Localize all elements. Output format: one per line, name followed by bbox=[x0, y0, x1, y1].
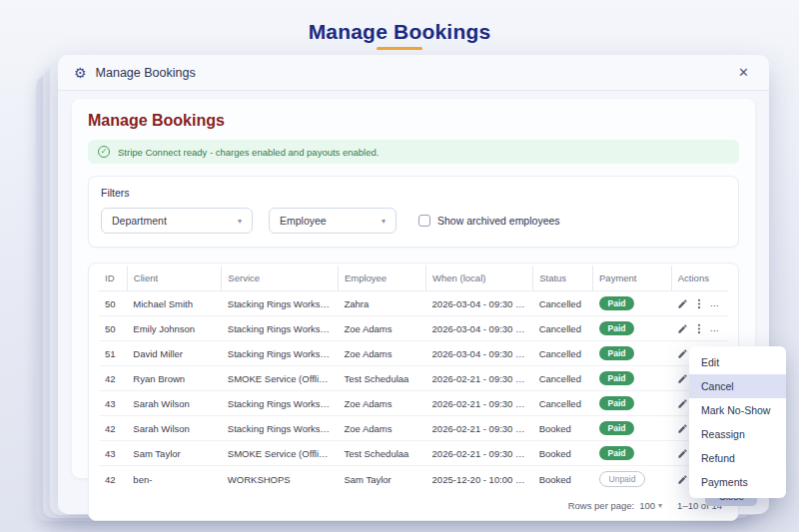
cell-id: 43 bbox=[99, 391, 127, 416]
table-row: 50 Emily Johnson Stacking Rings Workshop… bbox=[99, 316, 728, 341]
more-options-icon[interactable] bbox=[697, 323, 701, 334]
payment-badge: Unpaid bbox=[599, 471, 646, 487]
cell-id: 50 bbox=[99, 316, 127, 341]
col-header-actions: Actions bbox=[671, 266, 728, 291]
bookings-table-card: ID Client Service Employee When (local) … bbox=[88, 263, 739, 521]
edit-icon[interactable] bbox=[677, 348, 688, 359]
menu-item-mark-no-show[interactable]: Mark No-Show bbox=[689, 398, 786, 422]
cell-status: Cancelled bbox=[533, 391, 593, 416]
checkbox-box[interactable] bbox=[418, 215, 430, 227]
menu-item-reassign[interactable]: Reassign bbox=[689, 422, 786, 446]
stripe-status-banner: ✓ Stripe Connect ready - charges enabled… bbox=[88, 140, 739, 164]
edit-icon[interactable] bbox=[677, 423, 688, 434]
cell-when: 2026-03-04 - 09:30 (EST) bbox=[426, 291, 533, 316]
payment-badge: Paid bbox=[599, 446, 635, 460]
cell-employee: Zoe Adams bbox=[338, 316, 425, 341]
cell-id: 50 bbox=[99, 291, 127, 316]
table-row: 43 Sam Taylor SMOKE Service (Offline/on.… bbox=[99, 441, 728, 466]
table-header-row: ID Client Service Employee When (local) … bbox=[99, 266, 728, 291]
menu-item-payments[interactable]: Payments bbox=[689, 470, 786, 494]
col-header-status: Status bbox=[533, 266, 593, 291]
close-icon[interactable]: ✕ bbox=[734, 63, 753, 82]
cell-id: 51 bbox=[99, 341, 127, 366]
check-circle-icon: ✓ bbox=[98, 146, 110, 158]
delete-icon[interactable] bbox=[710, 323, 721, 334]
filters-card: Filters Department ▾ Employee ▾ Show arc… bbox=[88, 176, 739, 248]
edit-icon[interactable] bbox=[677, 323, 688, 334]
cell-client: Sarah Wilson bbox=[127, 391, 222, 416]
cell-service: Stacking Rings Workshop... bbox=[222, 416, 339, 441]
gear-icon: ⚙ bbox=[74, 66, 87, 80]
delete-icon[interactable] bbox=[710, 298, 721, 309]
col-header-id: ID bbox=[99, 266, 127, 291]
cell-id: 42 bbox=[99, 366, 127, 391]
cell-status: Booked bbox=[533, 441, 593, 466]
rows-per-page-label: Rows per page: bbox=[568, 500, 635, 511]
cell-when: 2026-02-21 - 09:30 (EST) bbox=[426, 441, 533, 466]
table-row: 50 Michael Smith Stacking Rings Workshop… bbox=[99, 291, 728, 316]
col-header-service: Service bbox=[222, 266, 339, 291]
table-row: 51 David Miller Stacking Rings Workshop.… bbox=[99, 341, 728, 366]
edit-icon[interactable] bbox=[677, 373, 688, 384]
row-actions-menu: Edit Cancel Mark No-Show Reassign Refund… bbox=[689, 346, 786, 498]
cell-status: Cancelled bbox=[533, 341, 593, 366]
page-title: Manage Bookings bbox=[0, 20, 799, 44]
modal-content-panel: Manage Bookings ✓ Stripe Connect ready -… bbox=[72, 99, 755, 478]
edit-icon[interactable] bbox=[677, 398, 688, 409]
cell-service: WORKSHOPS bbox=[222, 466, 339, 493]
menu-item-refund[interactable]: Refund bbox=[689, 446, 786, 470]
cell-service: SMOKE Service (Offline/on... bbox=[222, 441, 339, 466]
edit-icon[interactable] bbox=[677, 448, 688, 459]
cell-employee: Zoe Adams bbox=[338, 341, 425, 366]
menu-item-cancel[interactable]: Cancel bbox=[689, 374, 786, 398]
chevron-down-icon: ▾ bbox=[658, 501, 662, 510]
employee-select[interactable]: Employee ▾ bbox=[269, 208, 397, 234]
show-archived-checkbox[interactable]: Show archived employees bbox=[418, 215, 560, 227]
cell-when: 2026-02-21 - 09:30 (EST) bbox=[426, 366, 533, 391]
banner-text: Stripe Connect ready - charges enabled a… bbox=[118, 147, 379, 158]
more-options-icon[interactable] bbox=[697, 298, 701, 309]
menu-item-edit[interactable]: Edit bbox=[689, 350, 786, 374]
rows-per-page-select[interactable]: 100 ▾ bbox=[639, 500, 662, 511]
cell-client: Ryan Brown bbox=[127, 366, 222, 391]
col-header-employee: Employee bbox=[338, 266, 425, 291]
chevron-down-icon: ▾ bbox=[382, 217, 386, 226]
table-row: 42 Ryan Brown SMOKE Service (Offline/onl… bbox=[99, 366, 728, 391]
cell-client: ben- bbox=[127, 466, 222, 493]
col-header-when: When (local) bbox=[426, 266, 533, 291]
cell-status: Cancelled bbox=[533, 291, 593, 316]
cell-status: Booked bbox=[533, 466, 593, 493]
cell-when: 2026-03-04 - 09:30 (EST) bbox=[426, 316, 533, 341]
cell-employee: Zoe Adams bbox=[338, 416, 425, 441]
cell-service: Stacking Rings Workshop... bbox=[222, 341, 339, 366]
cell-service: Stacking Rings Workshop... bbox=[222, 316, 339, 341]
cell-employee: Sam Taylor bbox=[338, 466, 425, 493]
checkbox-label: Show archived employees bbox=[437, 215, 560, 227]
cell-service: Stacking Rings Workshop... bbox=[222, 391, 339, 416]
manage-bookings-modal: ⚙ Manage Bookings ✕ Manage Bookings ✓ St… bbox=[58, 55, 769, 514]
cell-status: Cancelled bbox=[533, 366, 593, 391]
payment-badge: Paid bbox=[599, 421, 635, 435]
department-select[interactable]: Department ▾ bbox=[101, 208, 253, 234]
cell-id: 42 bbox=[99, 466, 127, 493]
cell-status: Cancelled bbox=[533, 316, 593, 341]
col-header-payment: Payment bbox=[593, 266, 672, 291]
table-row: 43 Sarah Wilson Stacking Rings Workshop.… bbox=[99, 391, 728, 416]
section-heading: Manage Bookings bbox=[88, 112, 739, 130]
cell-employee: Test Schedulaa bbox=[338, 366, 425, 391]
cell-client: Sam Taylor bbox=[127, 441, 222, 466]
cell-employee: Test Schedulaa bbox=[338, 441, 425, 466]
cell-status: Booked bbox=[533, 416, 593, 441]
cell-when: 2025-12-20 - 10:00 (EST) bbox=[426, 466, 533, 493]
modal-header: ⚙ Manage Bookings ✕ bbox=[58, 55, 769, 91]
cell-client: David Miller bbox=[127, 341, 222, 366]
chevron-down-icon: ▾ bbox=[238, 217, 242, 226]
payment-badge: Paid bbox=[599, 346, 635, 360]
cell-employee: Zahra bbox=[338, 291, 425, 316]
bookings-table: ID Client Service Employee When (local) … bbox=[99, 266, 728, 492]
filters-label: Filters bbox=[101, 187, 726, 199]
table-pagination: Rows per page: 100 ▾ 1–10 of 14 bbox=[99, 492, 728, 514]
cell-id: 43 bbox=[99, 441, 127, 466]
edit-icon[interactable] bbox=[677, 298, 688, 309]
edit-icon[interactable] bbox=[677, 474, 688, 485]
